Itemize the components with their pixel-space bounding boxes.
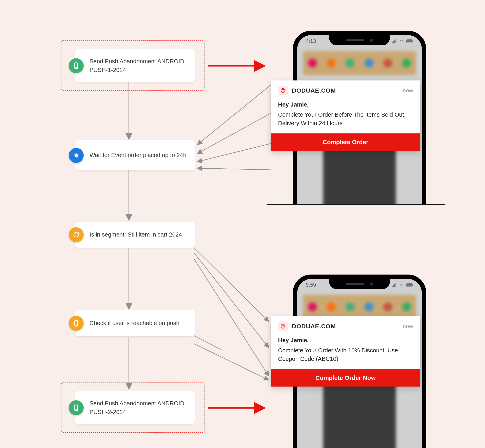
app-logo-icon [278,321,288,331]
svg-rect-33 [413,284,413,286]
svg-rect-30 [394,284,395,287]
push-greeting: Hey Jamie, [278,336,413,344]
status-icons [392,282,413,288]
flow-step-label: Is in segment: Still item in cart 2024 [89,230,187,239]
svg-rect-26 [413,40,413,42]
refresh-icon [69,227,84,242]
blurred-appbar [303,51,416,75]
phone-icon [69,58,84,73]
push-timestamp: now [403,87,413,94]
flow-step-label: Check if user is reachable on push [89,319,187,328]
flow-step-reachable-check[interactable]: Check if user is reachable on push [75,310,195,336]
flow-step-label: Send Push Abandonment ANDROID PUSH-1-202… [89,57,187,75]
phone-time: 9:59 [306,282,316,288]
push-body-text: Complete Your Order With 10% Discount, U… [278,347,398,362]
flow-step-label: Wait for Event order placed up to 24h [89,151,187,160]
signal-icon [392,283,397,287]
push-body-text: Complete Your Order Before The Items Sol… [278,111,405,126]
battery-icon [406,40,413,43]
svg-rect-31 [396,283,396,287]
canvas: Send Push Abandonment ANDROID PUSH-1-202… [0,0,485,448]
phone-shadow-line [267,204,445,205]
push-cta-button[interactable]: Complete Order Now [271,369,420,386]
flow-step-label: Send Push Abandonment ANDROID PUSH-2-202… [89,399,187,417]
push-cta-label: Complete Order [323,139,369,145]
svg-rect-22 [393,41,394,43]
phone-icon [69,400,84,415]
svg-line-12 [194,259,269,376]
battery-icon [406,283,413,287]
wifi-icon [399,283,404,287]
svg-rect-28 [392,286,393,287]
flow-step-send-push-1[interactable]: Send Push Abandonment ANDROID PUSH-1-202… [75,49,195,82]
push-cta-label: Complete Order Now [315,374,376,381]
push-greeting: Hey Jamie, [278,100,413,109]
svg-point-18 [76,325,76,326]
svg-line-9 [197,168,271,170]
phone-notch [329,279,390,289]
svg-rect-24 [396,40,396,43]
star-icon [69,148,84,163]
app-logo-icon [278,86,288,96]
svg-rect-34 [407,284,412,286]
phone-notch [329,35,390,45]
push-app-name: DODUAE.COM [292,87,336,94]
status-icons [392,38,413,44]
push-cta-button[interactable]: Complete Order [271,133,420,151]
svg-line-6 [197,85,271,145]
phone-icon [69,316,84,331]
svg-rect-27 [407,40,412,42]
blurred-appbar [303,295,416,319]
push-notification-2[interactable]: DODUAE.COM now Hey Jamie, Complete Your … [271,316,420,386]
svg-line-14 [194,344,269,380]
flow-step-wait-event[interactable]: Wait for Event order placed up to 24h [75,140,195,170]
svg-rect-21 [392,42,393,43]
svg-point-16 [76,68,76,68]
svg-line-10 [194,248,269,321]
push-notification-1[interactable]: DODUAE.COM now Hey Jamie, Complete Your … [271,80,420,151]
signal-icon [392,40,397,43]
flow-step-send-push-2[interactable]: Send Push Abandonment ANDROID PUSH-2-202… [75,391,195,424]
svg-rect-23 [394,40,395,43]
svg-line-8 [197,144,271,162]
svg-point-20 [76,410,76,410]
push-app-name: DODUAE.COM [292,323,336,330]
push-timestamp: now [403,323,413,329]
svg-line-11 [194,253,269,348]
phone-time: 4:13 [306,38,316,44]
svg-line-7 [197,113,271,154]
svg-line-13 [194,336,221,350]
flow-step-segment-check[interactable]: Is in segment: Still item in cart 2024 [75,222,195,248]
wifi-icon [399,39,404,43]
svg-rect-29 [393,285,394,287]
